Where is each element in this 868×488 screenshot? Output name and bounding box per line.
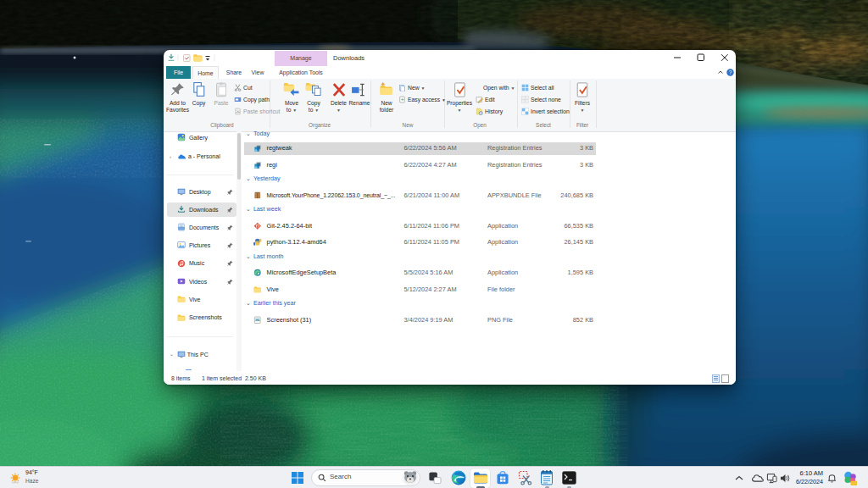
- svg-text:?: ?: [729, 69, 732, 75]
